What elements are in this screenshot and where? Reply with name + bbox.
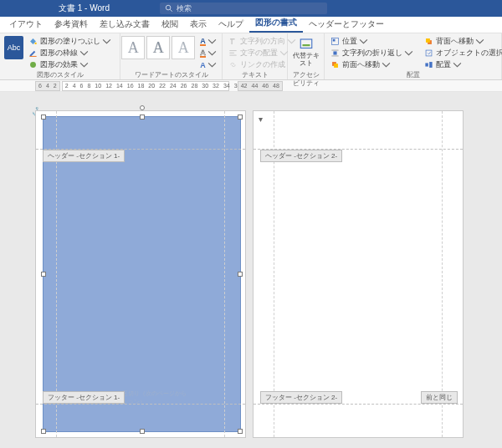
resize-handle[interactable] — [238, 272, 243, 277]
svg-rect-2 — [35, 43, 37, 44]
shape-style-sample[interactable]: Abc — [4, 36, 23, 59]
svg-rect-6 — [229, 53, 234, 53]
send-backward-icon — [424, 37, 433, 46]
footer-area[interactable] — [254, 404, 463, 437]
chevron-down-icon — [102, 37, 111, 46]
tab-layout[interactable]: イアウト — [3, 16, 49, 33]
group-wordart: A A A A A A ワードアートのスタイル — [120, 33, 223, 79]
svg-rect-11 — [333, 39, 336, 42]
horizontal-ruler[interactable]: 642 2468101214161820222426283032343638 4… — [0, 80, 502, 92]
svg-rect-8 — [300, 39, 312, 48]
svg-rect-19 — [426, 50, 432, 56]
header-area[interactable] — [254, 111, 463, 150]
wordart-sample[interactable]: A — [172, 36, 195, 59]
cmd-selection-pane[interactable]: オブジェクトの選択と — [423, 48, 502, 59]
tab-review[interactable]: 校閲 — [156, 16, 184, 33]
ribbon: Abc 図形の塗りつぶし 図形の枠線 図形の効果 — [0, 33, 502, 80]
chevron-down-icon — [79, 48, 89, 58]
group-label: 図形のスタイル — [4, 71, 115, 79]
search-placeholder: 検索 — [177, 3, 192, 14]
paint-bucket-icon — [28, 37, 38, 46]
cmd-send-backward[interactable]: 背面へ移動 — [423, 36, 502, 47]
svg-point-4 — [30, 62, 36, 68]
same-as-previous-tag: 前と同じ — [421, 391, 458, 404]
svg-rect-5 — [229, 50, 236, 51]
group-text: 文字列の方向 文字の配置 リンクの作成 テキスト — [223, 33, 288, 79]
margin-guide — [224, 111, 225, 437]
group-label: テキスト — [227, 71, 283, 79]
wordart-sample[interactable]: A — [121, 36, 145, 59]
wrap-text-icon — [330, 48, 340, 58]
page-2[interactable]: ▾ ヘッダー -セクション 2- フッター -セクション 2- 前と同じ — [253, 110, 464, 438]
svg-rect-3 — [29, 56, 36, 57]
cmd-shape-fill[interactable]: 図形の塗りつぶし — [27, 36, 115, 47]
word-app: 文書 1 - Word 検索 イアウト 参考資料 差し込み文書 校閲 表示 ヘル… — [0, 0, 502, 448]
tab-mailings[interactable]: 差し込み文書 — [94, 16, 156, 33]
svg-rect-12 — [333, 51, 336, 54]
rotate-handle[interactable] — [140, 105, 145, 110]
cmd-wrap-text[interactable]: 文字列の折り返し — [329, 48, 417, 59]
cmd-position[interactable]: 位置 — [329, 36, 417, 47]
text-direction-icon — [228, 37, 238, 46]
header-section-tag: ヘッダー -セクション 1- — [43, 150, 125, 162]
search-box[interactable]: 検索 — [160, 3, 327, 14]
wordart-sample[interactable]: A — [146, 36, 170, 59]
cmd-bring-forward[interactable]: 前面へ移動 — [329, 59, 417, 70]
chevron-down-icon — [79, 60, 89, 69]
margin-guide — [442, 111, 443, 437]
page-1[interactable]: セクション区切り（次のページから新しいセクション） ヘッダー -セクション 1-… — [35, 110, 246, 438]
svg-point-0 — [166, 5, 171, 10]
pen-icon — [28, 48, 38, 58]
group-accessibility: 代替テキスト アクセシビリティ — [288, 33, 325, 79]
bring-forward-icon — [330, 60, 340, 69]
svg-rect-20 — [425, 63, 428, 66]
cmd-shape-effects[interactable]: 図形の効果 — [27, 59, 115, 70]
cmd-text-effects[interactable]: A — [198, 59, 221, 70]
group-label: ワードアートのスタイル — [125, 71, 218, 79]
alt-text-icon — [299, 37, 314, 52]
svg-rect-7 — [229, 55, 236, 56]
cmd-text-fill[interactable]: A — [198, 36, 221, 47]
tab-references[interactable]: 参考資料 — [49, 16, 94, 33]
header-area[interactable] — [36, 111, 245, 150]
ruler-margin-left: 642 — [35, 81, 60, 91]
window-title: 文書 1 - Word — [59, 3, 110, 14]
group-label: 配置 — [329, 71, 497, 79]
cmd-align[interactable]: 配置 — [423, 59, 502, 70]
selected-shape[interactable]: セクション区切り（次のページから新しいセクション） — [43, 116, 241, 432]
tab-view[interactable]: 表示 — [184, 16, 213, 33]
tab-help[interactable]: ヘルプ — [213, 16, 249, 33]
search-icon — [165, 4, 173, 13]
svg-rect-18 — [426, 38, 430, 43]
svg-rect-16 — [334, 64, 338, 68]
effects-icon — [28, 60, 38, 69]
cmd-text-outline[interactable]: A — [198, 48, 221, 59]
cmd-shape-outline[interactable]: 図形の枠線 — [27, 48, 115, 59]
footer-area[interactable] — [36, 404, 245, 437]
tab-header-footer[interactable]: ヘッダーとフッター — [303, 16, 390, 33]
document-canvas[interactable]: ⚓ セクション区切り（次のページから新しいセクション） ヘッダー -セクション … — [0, 92, 502, 448]
group-arrange: 位置 文字列の折り返し 前面へ移動 背面へ移動 オブジェクトの選択と 配置 配置 — [325, 33, 502, 79]
ruler-margin-right: 42444648 — [238, 81, 283, 91]
header-section-tag: ヘッダー -セクション 2- — [260, 150, 342, 162]
align-text-icon — [228, 48, 238, 58]
cmd-alt-text[interactable]: 代替テキスト — [293, 36, 320, 68]
position-icon — [330, 37, 340, 46]
svg-rect-21 — [429, 62, 432, 68]
svg-line-1 — [170, 9, 172, 12]
tab-shape-format[interactable]: 図形の書式 — [249, 14, 303, 33]
wordart-gallery[interactable]: A A A — [121, 36, 195, 59]
svg-rect-9 — [302, 44, 310, 46]
ribbon-tabs: イアウト 参考資料 差し込み文書 校閲 表示 ヘルプ 図形の書式 ヘッダーとフッ… — [0, 17, 502, 33]
ruler-body: 2468101214161820222426283032343638 — [62, 81, 229, 91]
footer-section-tag: フッター -セクション 1- — [43, 391, 125, 404]
group-shape-styles: Abc 図形の塗りつぶし 図形の枠線 図形の効果 — [0, 33, 120, 79]
link-icon — [228, 60, 238, 69]
footer-section-tag: フッター -セクション 2- — [260, 391, 342, 404]
group-label: アクセシビリティ — [292, 71, 320, 79]
align-icon — [424, 60, 433, 69]
selection-pane-icon — [424, 48, 433, 58]
resize-handle[interactable] — [41, 272, 46, 277]
